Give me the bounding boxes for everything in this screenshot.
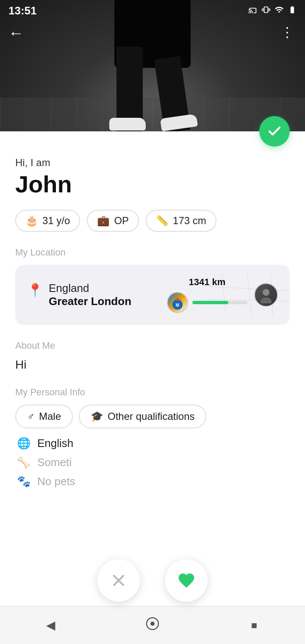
status-time: 13:51 <box>8 4 37 17</box>
hero-section: 13:51 <box>0 0 305 131</box>
approve-button[interactable] <box>259 116 290 147</box>
cast-icon <box>248 5 258 17</box>
about-section: About Me Hi <box>15 340 290 372</box>
gender-label: Male <box>39 411 61 422</box>
nav-home-button[interactable] <box>136 613 169 638</box>
fitness-label: Someti <box>37 456 72 469</box>
back-button[interactable]: ← <box>8 25 24 41</box>
battery-icon <box>288 6 297 16</box>
person-figure <box>89 4 216 131</box>
location-text: 📍 England Greater London <box>27 282 131 308</box>
location-names: England Greater London <box>49 282 131 308</box>
profile-name: John <box>15 170 290 198</box>
profile-content: Hi, I am John 🎂 31 y/o 💼 OP 📏 173 cm My … <box>0 131 305 607</box>
nav-recents-button[interactable]: ■ <box>237 613 271 638</box>
personal-info-section: My Personal Info ♂ Male 🎓 Other qualific… <box>15 387 290 488</box>
gender-tag: ♂ Male <box>15 405 73 428</box>
location-city: Greater London <box>49 295 131 308</box>
svg-line-3 <box>247 274 252 316</box>
gender-icon: ♂ <box>27 411 35 422</box>
nav-back-button[interactable]: ◀ <box>34 613 68 638</box>
vibrate-icon <box>262 6 270 16</box>
pets-label: No pets <box>37 475 75 488</box>
android-nav-bar: ◀ ■ <box>0 606 305 644</box>
language-icon: 🌐 <box>17 437 30 450</box>
medal-icon: M <box>167 292 188 313</box>
dislike-button[interactable] <box>97 559 140 602</box>
nav-back-icon: ◀ <box>46 618 55 632</box>
svg-text:M: M <box>176 303 179 308</box>
menu-button[interactable]: ⋮ <box>280 25 295 39</box>
personal-section-label: My Personal Info <box>15 387 290 398</box>
job-tag: 💼 OP <box>87 210 139 232</box>
svg-line-0 <box>205 286 290 291</box>
height-tag: 📏 173 cm <box>146 210 216 232</box>
location-pin-icon: 📍 <box>27 283 43 297</box>
like-button[interactable] <box>165 559 208 602</box>
location-country: England <box>49 282 131 295</box>
location-card: 📍 England Greater London 1341 km M <box>15 265 290 325</box>
pets-item: 🐾 No pets <box>17 475 290 488</box>
action-buttons <box>97 559 208 602</box>
age-tag: 🎂 31 y/o <box>15 210 80 232</box>
age-label: 31 y/o <box>42 215 70 227</box>
nav-home-icon <box>145 616 160 634</box>
language-item: 🌐 English <box>17 437 290 450</box>
info-list: 🌐 English 🦴 Someti 🐾 No pets <box>15 437 290 488</box>
qualification-label: Other qualifications <box>108 411 194 422</box>
location-section-label: My Location <box>15 247 290 258</box>
map-watermark <box>205 265 290 325</box>
svg-line-1 <box>205 299 290 301</box>
height-icon: 📏 <box>156 215 169 227</box>
language-label: English <box>37 437 73 450</box>
svg-point-13 <box>150 622 155 626</box>
about-section-label: About Me <box>15 340 290 351</box>
svg-line-4 <box>271 274 273 316</box>
height-label: 173 cm <box>173 215 206 227</box>
greeting-text: Hi, I am <box>15 157 290 169</box>
fitness-icon: 🦴 <box>17 456 30 469</box>
svg-line-2 <box>222 274 226 316</box>
attribute-tags: 🎂 31 y/o 💼 OP 📏 173 cm <box>15 210 290 232</box>
qualification-icon: 🎓 <box>91 411 103 422</box>
wifi-icon <box>274 5 284 17</box>
status-bar: 13:51 <box>0 0 305 21</box>
qualification-tag: 🎓 Other qualifications <box>79 405 206 428</box>
info-tags-row: ♂ Male 🎓 Other qualifications <box>15 405 290 428</box>
job-icon: 💼 <box>97 215 110 227</box>
job-label: OP <box>114 215 129 227</box>
fitness-item: 🦴 Someti <box>17 456 290 469</box>
nav-recents-icon: ■ <box>251 619 258 631</box>
about-text: Hi <box>15 358 290 372</box>
hero-image: 13:51 <box>0 0 305 131</box>
age-icon: 🎂 <box>25 215 38 227</box>
status-icons <box>248 5 297 17</box>
pets-icon: 🐾 <box>17 475 30 488</box>
